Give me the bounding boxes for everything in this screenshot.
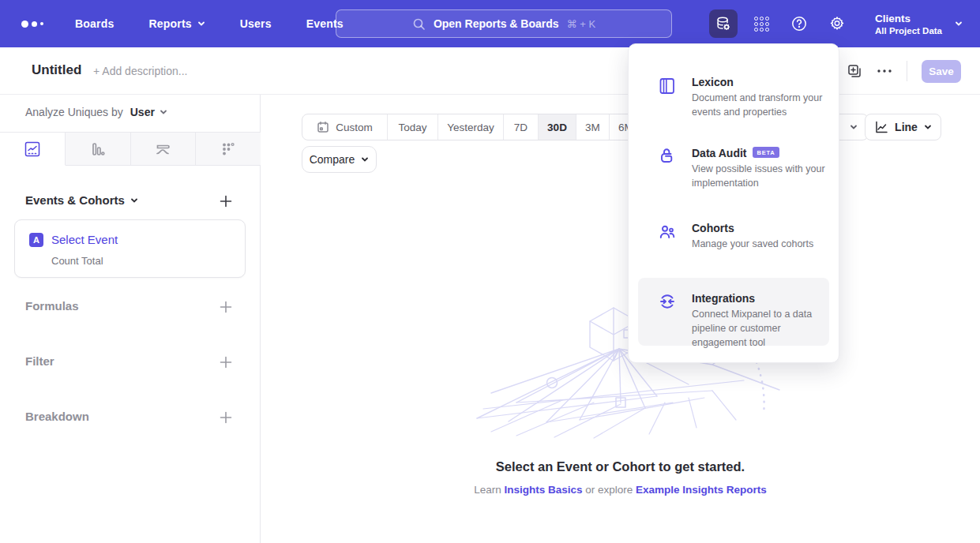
analyze-value-dropdown[interactable]: User: [130, 106, 155, 118]
line-chart-icon: [24, 140, 41, 158]
analyze-label: Analyze Uniques by: [25, 106, 123, 118]
report-actions: Save: [847, 47, 961, 95]
tab-line-chart[interactable]: [0, 133, 66, 166]
search-icon: [412, 17, 426, 31]
formulas-section-label: Formulas: [25, 299, 79, 313]
date-range-custom[interactable]: Custom: [302, 114, 388, 140]
org-name: Clients: [875, 12, 942, 25]
filter-section-label: Filter: [25, 354, 54, 368]
chevron-down-icon: [850, 123, 858, 131]
data-audit-icon: [658, 148, 677, 167]
nav-item-boards[interactable]: Boards: [75, 17, 114, 30]
nav-item-users[interactable]: Users: [240, 17, 272, 30]
chevron-down-icon: [130, 197, 138, 204]
primary-nav: Boards Reports Users Events: [75, 17, 344, 30]
duplicate-icon[interactable]: [847, 63, 862, 79]
chevron-down-icon: [160, 108, 167, 116]
analyze-uniques-row: Analyze Uniques by User: [25, 106, 167, 118]
data-management-icon[interactable]: [709, 9, 738, 38]
add-event-button[interactable]: [219, 194, 233, 208]
nav-right-cluster: Clients All Project Data: [709, 0, 980, 47]
project-selector[interactable]: Clients All Project Data: [875, 12, 963, 36]
beta-badge: BETA: [753, 147, 779, 158]
chevron-down-icon: [361, 155, 369, 163]
project-name: All Project Data: [875, 25, 942, 36]
add-filter-button[interactable]: [219, 355, 233, 369]
query-builder-sidebar: Analyze Uniques by User Events & Cohorts: [0, 95, 261, 543]
tab-metric[interactable]: [196, 133, 261, 165]
metric-dots-icon: [220, 140, 237, 158]
date-range-30d[interactable]: 30D: [539, 114, 576, 140]
date-range-today[interactable]: Today: [388, 114, 438, 140]
add-description-field[interactable]: + Add description...: [93, 65, 187, 77]
date-range-3m[interactable]: 3M: [576, 114, 610, 140]
menu-item-integrations[interactable]: Integrations Connect Mixpanel to a data …: [638, 278, 829, 346]
nav-item-reports[interactable]: Reports: [148, 17, 205, 30]
empty-state-links: Learn Insights Basics or explore Example…: [261, 484, 980, 496]
insights-report-page: Boards Reports Users Events Open Reports…: [0, 0, 980, 543]
date-range-more-dropdown[interactable]: [839, 114, 868, 140]
help-icon[interactable]: [785, 9, 813, 38]
global-search-input[interactable]: Open Reports & Boards ⌘ + K: [336, 9, 672, 38]
search-placeholder: Open Reports & Boards: [434, 17, 559, 30]
settings-gear-icon[interactable]: [823, 9, 851, 38]
or-explore-text: or explore: [585, 484, 633, 496]
bar-chart-icon: [89, 140, 107, 158]
menu-item-lexicon[interactable]: Lexicon Document and transform your even…: [638, 73, 829, 123]
breakdown-section-label: Breakdown: [25, 410, 89, 423]
integrations-sync-icon: [658, 292, 677, 311]
chart-visualization-dropdown[interactable]: Line: [865, 114, 941, 140]
chevron-down-icon: [955, 20, 963, 28]
add-breakdown-button[interactable]: [219, 410, 233, 425]
report-canvas: Custom Today Yesterday 7D 30D 3M 6M Comp…: [261, 95, 980, 543]
flows-icon: [154, 140, 171, 158]
compare-button[interactable]: Compare: [302, 146, 377, 173]
chevron-down-icon: [197, 20, 205, 28]
mixpanel-logo-icon[interactable]: [21, 21, 43, 28]
cohorts-people-icon: [658, 223, 677, 242]
date-range-7d[interactable]: 7D: [504, 114, 539, 140]
chevron-down-icon: [924, 123, 932, 131]
search-shortcut: ⌘ + K: [567, 18, 596, 30]
apps-grid-icon[interactable]: [747, 9, 775, 38]
event-card[interactable]: A Select Event Count Total: [14, 219, 246, 278]
menu-item-data-audit[interactable]: Data AuditBETA View possible issues with…: [638, 144, 829, 194]
save-button[interactable]: Save: [922, 60, 961, 83]
chart-type-tabs: [0, 132, 261, 166]
learn-prefix: Learn: [474, 484, 501, 496]
tab-bar-chart[interactable]: [66, 133, 131, 165]
menu-item-cohorts[interactable]: Cohorts Manage your saved cohorts: [638, 219, 829, 257]
divider: [907, 61, 907, 81]
lexicon-book-icon: [658, 77, 677, 95]
tab-flows[interactable]: [131, 133, 197, 165]
report-title[interactable]: Untitled: [32, 62, 81, 78]
select-event-button[interactable]: Select Event: [51, 233, 118, 246]
more-options-icon[interactable]: [877, 69, 892, 73]
calendar-icon: [317, 121, 329, 133]
events-cohorts-header[interactable]: Events & Cohorts: [25, 193, 138, 207]
event-series-badge: A: [29, 233, 43, 247]
event-aggregation[interactable]: Count Total: [51, 255, 103, 267]
data-management-menu: Lexicon Document and transform your even…: [628, 43, 839, 363]
line-chart-axis-icon: [874, 120, 888, 134]
date-range-yesterday[interactable]: Yesterday: [438, 114, 504, 140]
add-formula-button[interactable]: [219, 300, 233, 314]
insights-basics-link[interactable]: Insights Basics: [504, 484, 582, 496]
empty-state-title: Select an Event or Cohort to get started…: [261, 459, 980, 474]
top-navbar: Boards Reports Users Events Open Reports…: [0, 0, 980, 47]
example-insights-reports-link[interactable]: Example Insights Reports: [636, 484, 767, 496]
